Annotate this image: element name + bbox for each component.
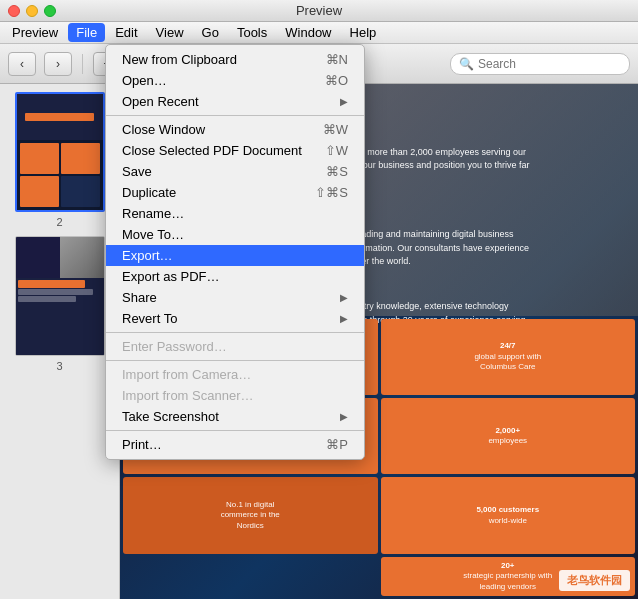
- thumbnail-sidebar: 2 3: [0, 84, 120, 599]
- close-button[interactable]: [8, 5, 20, 17]
- menu-move-to[interactable]: Move To…: [106, 224, 364, 245]
- title-bar: Preview: [0, 0, 638, 22]
- menu-new-from-clipboard[interactable]: New from Clipboard ⌘N: [106, 49, 364, 70]
- menu-sep-4: [106, 430, 364, 431]
- window-title: Preview: [296, 3, 342, 18]
- page-thumb-2[interactable]: 2: [10, 92, 110, 228]
- maximize-button[interactable]: [44, 5, 56, 17]
- menu-share[interactable]: Share ▶: [106, 287, 364, 308]
- menu-enter-password: Enter Password…: [106, 336, 364, 357]
- menu-save[interactable]: Save ⌘S: [106, 161, 364, 182]
- pdf-cell-4: 2,000+employees: [381, 398, 636, 474]
- menu-export[interactable]: Export…: [106, 245, 364, 266]
- pdf-cell-5: No.1 in digitalcommerce in theNordics: [123, 477, 378, 553]
- menu-rename[interactable]: Rename…: [106, 203, 364, 224]
- menu-duplicate[interactable]: Duplicate ⇧⌘S: [106, 182, 364, 203]
- menu-sep-1: [106, 115, 364, 116]
- menu-bar: Preview File Edit View Go Tools Window H…: [0, 22, 638, 44]
- forward-button[interactable]: ›: [44, 52, 72, 76]
- menu-close-pdf[interactable]: Close Selected PDF Document ⇧W: [106, 140, 364, 161]
- back-button[interactable]: ‹: [8, 52, 36, 76]
- thumbnail-3[interactable]: [15, 236, 105, 356]
- pdf-cell-2: 24/7global support withColumbus Care: [381, 319, 636, 395]
- pdf-cell-6: 5,000 customersworld-wide: [381, 477, 636, 553]
- menu-close-window[interactable]: Close Window ⌘W: [106, 119, 364, 140]
- menu-print[interactable]: Print… ⌘P: [106, 434, 364, 455]
- menu-take-screenshot[interactable]: Take Screenshot ▶: [106, 406, 364, 427]
- search-input[interactable]: [478, 57, 621, 71]
- menu-open-recent[interactable]: Open Recent ▶: [106, 91, 364, 112]
- minimize-button[interactable]: [26, 5, 38, 17]
- menu-revert-to[interactable]: Revert To ▶: [106, 308, 364, 329]
- menu-preview[interactable]: Preview: [4, 23, 66, 42]
- menu-import-camera: Import from Camera…: [106, 364, 364, 385]
- menu-open[interactable]: Open… ⌘O: [106, 70, 364, 91]
- menu-window[interactable]: Window: [277, 23, 339, 42]
- page-number-3: 3: [56, 360, 62, 372]
- menu-sep-2: [106, 332, 364, 333]
- file-menu-dropdown: New from Clipboard ⌘N Open… ⌘O Open Rece…: [105, 44, 365, 460]
- thumbnail-2[interactable]: [15, 92, 105, 212]
- toolbar-separator: [82, 54, 83, 74]
- menu-sep-3: [106, 360, 364, 361]
- menu-file[interactable]: File: [68, 23, 105, 42]
- menu-edit[interactable]: Edit: [107, 23, 145, 42]
- traffic-lights: [8, 5, 56, 17]
- menu-export-pdf[interactable]: Export as PDF…: [106, 266, 364, 287]
- search-box[interactable]: 🔍: [450, 53, 630, 75]
- page-thumb-3[interactable]: 3: [10, 236, 110, 372]
- menu-help[interactable]: Help: [342, 23, 385, 42]
- search-icon: 🔍: [459, 57, 474, 71]
- menu-view[interactable]: View: [148, 23, 192, 42]
- menu-import-scanner: Import from Scanner…: [106, 385, 364, 406]
- page-number-2: 2: [56, 216, 62, 228]
- menu-go[interactable]: Go: [194, 23, 227, 42]
- pdf-cell-7: 20+strategic partnership withleading ven…: [381, 557, 636, 596]
- menu-tools[interactable]: Tools: [229, 23, 275, 42]
